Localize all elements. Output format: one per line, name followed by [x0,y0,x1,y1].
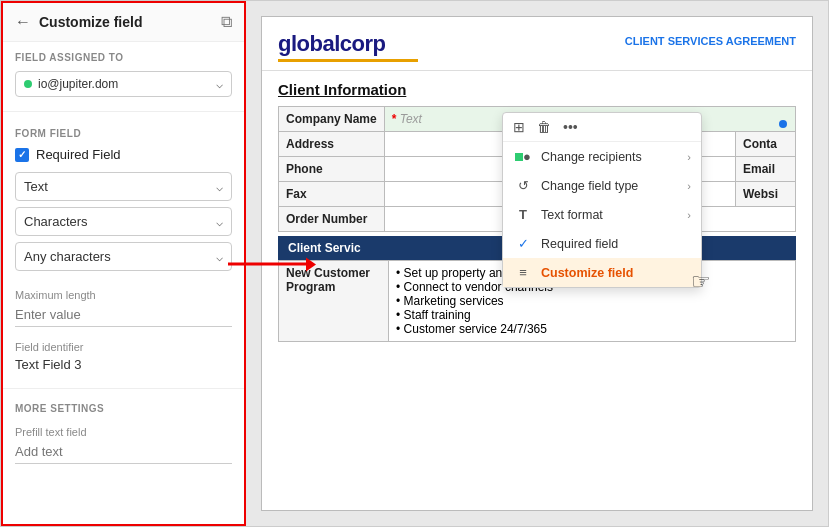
text-placeholder: Text [400,112,422,126]
text-type-value: Text [24,179,216,194]
max-length-input[interactable] [15,303,232,327]
characters-value: Characters [24,214,216,229]
change-field-type-item[interactable]: ↺ Change field type › [503,171,701,200]
document-container: globalcorp CLIENT SERVICES AGREEMENT Cli… [261,16,813,511]
refresh-icon: ↺ [513,178,533,193]
delete-icon[interactable]: 🗑 [537,119,551,135]
field-assigned-label: FIELD ASSIGNED TO [3,42,244,67]
logo-underline [278,59,418,62]
prefill-label: Prefill text field [3,418,244,440]
max-length-label: Maximum length [3,281,244,303]
more-options-icon[interactable]: ••• [563,119,578,135]
client-info-heading: Client Information [278,81,796,98]
list-item: Staff training [396,308,788,322]
chevron-right-icon: › [687,151,691,163]
characters-dropdown[interactable]: Characters ⌵ [15,207,232,236]
agreement-title: CLIENT SERVICES AGREEMENT [625,35,796,47]
company-logo: globalcorp [278,31,418,57]
program-label: New CustomerProgram [279,261,389,342]
change-recipients-label: Change recipients [541,150,642,164]
fax-label: Fax [279,182,385,207]
required-field-item[interactable]: ✓ Required field [503,229,701,258]
recipients-icon: ● [513,149,533,164]
change-recipients-item[interactable]: ● Change recipients › [503,142,701,171]
change-field-type-label: Change field type [541,179,638,193]
required-field-menu-label: Required field [541,237,618,251]
logo-section: globalcorp [278,31,418,62]
divider-1 [3,111,244,112]
field-identifier-section: Field identifier Text Field 3 [3,335,244,382]
list-item: Customer service 24/7/365 [396,322,788,336]
text-format-label: Text format [541,208,603,222]
customize-field-item[interactable]: ≡ Customize field ☞ [503,258,701,287]
customize-icon: ≡ [513,265,533,280]
customize-field-label: Customize field [541,266,633,280]
website-label: Websi [736,182,796,207]
text-format-icon: T [513,207,533,222]
field-identifier-label: Field identifier [15,337,232,355]
back-button[interactable]: ← [15,13,31,31]
right-panel: globalcorp CLIENT SERVICES AGREEMENT Cli… [246,1,828,526]
move-icon[interactable]: ⊞ [513,119,525,135]
context-menu: ⊞ 🗑 ••• ● Change recipients › ↺ Change f… [502,112,702,288]
field-assigned-row: io@jupiter.dom ⌵ [3,67,244,105]
cursor-hand-icon: ☞ [691,269,711,295]
prefill-input[interactable] [15,440,232,464]
divider-2 [3,388,244,389]
text-format-item[interactable]: T Text format › [503,200,701,229]
chevron-right-icon: › [687,209,691,221]
panel-title: Customize field [39,14,142,30]
address-label: Address [279,132,385,157]
any-characters-value: Any characters [24,249,216,264]
chevron-down-icon: ⌵ [216,215,223,229]
field-assigned-dropdown[interactable]: io@jupiter.dom ⌵ [15,71,232,97]
chevron-down-icon: ⌵ [216,250,223,264]
required-star: * [392,112,397,126]
chevron-down-icon: ⌵ [216,180,223,194]
order-number-label: Order Number [279,207,385,232]
required-field-row: Required Field [15,147,232,162]
required-field-label: Required Field [36,147,121,162]
email-label: Email [736,157,796,182]
form-field-section: Required Field Text ⌵ Characters ⌵ Any c… [3,143,244,281]
form-field-label: FORM FIELD [3,118,244,143]
check-icon: ✓ [513,236,533,251]
company-name-label: Company Name [279,107,385,132]
panel-header: ← Customize field ⧉ [3,3,244,42]
input-dot [779,120,787,128]
contact-label: Conta [736,132,796,157]
more-settings-label: MORE SETTINGS [3,395,244,418]
text-type-dropdown[interactable]: Text ⌵ [15,172,232,201]
field-assigned-value: io@jupiter.dom [38,77,216,91]
phone-label: Phone [279,157,385,182]
context-menu-toolbar: ⊞ 🗑 ••• [503,113,701,142]
doc-header: globalcorp CLIENT SERVICES AGREEMENT [262,17,812,71]
field-identifier-value: Text Field 3 [15,355,232,374]
any-characters-dropdown[interactable]: Any characters ⌵ [15,242,232,271]
status-dot [24,80,32,88]
chevron-right-icon: › [687,180,691,192]
chevron-down-icon: ⌵ [216,77,223,91]
copy-icon[interactable]: ⧉ [221,13,232,31]
required-field-checkbox[interactable] [15,148,29,162]
list-item: Marketing services [396,294,788,308]
left-panel: ← Customize field ⧉ FIELD ASSIGNED TO io… [1,1,246,526]
